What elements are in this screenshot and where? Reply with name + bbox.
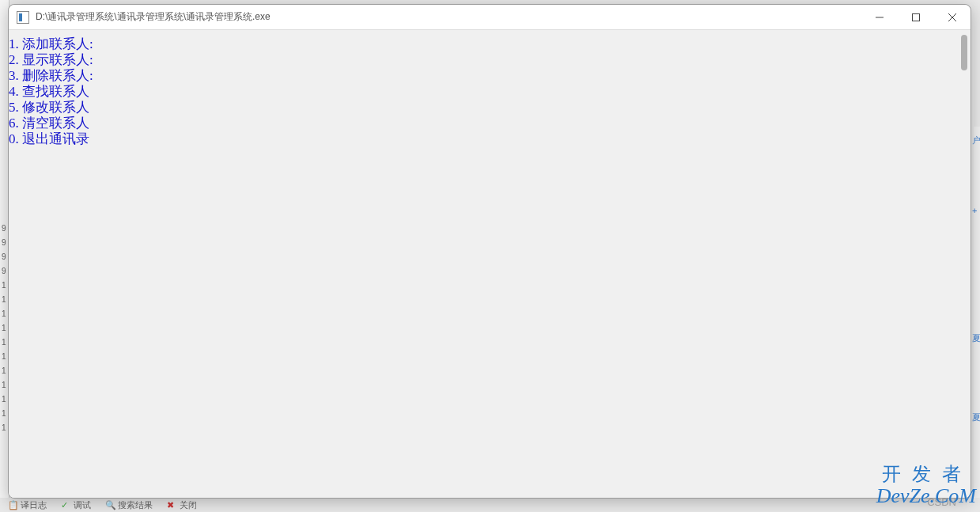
ide-statusbar: 📋 译日志 ✓ 调试 🔍 搜索结果 ✖ 关闭 [0, 498, 980, 512]
right-sidebar: 户 + 夏 夏 [974, 127, 980, 506]
menu-item-add: 1. 添加联系人: [9, 36, 971, 52]
scrollbar[interactable] [958, 35, 969, 493]
watermark-csdn: CSDN [927, 496, 956, 508]
menu-item-modify: 5. 修改联系人 [9, 100, 971, 116]
close-red-icon: ✖ [167, 500, 176, 510]
status-item-debug[interactable]: ✓ 调试 [61, 499, 91, 511]
menu-item-search: 4. 查找联系人 [9, 84, 971, 100]
app-icon [17, 11, 29, 24]
titlebar[interactable]: D:\通讯录管理系统\通讯录管理系统\通讯录管理系统.exe [9, 5, 971, 30]
status-label: 译日志 [21, 499, 47, 511]
maximize-icon [912, 13, 920, 21]
console-body[interactable]: 1. 添加联系人: 2. 显示联系人: 3. 删除联系人: 4. 查找联系人 5… [9, 30, 971, 498]
svg-rect-1 [913, 13, 920, 21]
minimize-icon [876, 13, 884, 21]
menu-item-show: 2. 显示联系人: [9, 52, 971, 68]
maximize-button[interactable] [898, 5, 934, 29]
close-button[interactable] [934, 5, 971, 29]
status-item-log[interactable]: 📋 译日志 [8, 499, 47, 511]
right-marker: 夏 [972, 332, 980, 344]
scrollbar-thumb[interactable] [961, 35, 967, 70]
right-marker: 户 [972, 135, 980, 146]
status-item-search[interactable]: 🔍 搜索结果 [105, 499, 153, 511]
menu-item-delete: 3. 删除联系人: [9, 68, 971, 84]
right-marker: + [972, 206, 980, 218]
right-marker: 夏 [972, 411, 980, 423]
menu-item-clear: 6. 清空联系人 [9, 116, 971, 131]
console-window: D:\通讯录管理系统\通讯录管理系统\通讯录管理系统.exe 1. 添加联系人:… [8, 4, 971, 499]
status-label: 搜索结果 [118, 499, 153, 511]
menu-item-exit: 0. 退出通讯录 [9, 131, 971, 147]
search-icon: 🔍 [105, 500, 115, 510]
log-icon: 📋 [8, 500, 17, 510]
window-controls [861, 5, 971, 29]
minimize-button[interactable] [861, 5, 898, 29]
close-icon [948, 13, 956, 21]
window-title: D:\通讯录管理系统\通讯录管理系统\通讯录管理系统.exe [36, 10, 861, 24]
status-label: 关闭 [180, 499, 197, 511]
status-label: 调试 [74, 499, 91, 511]
check-icon: ✓ [61, 500, 70, 510]
status-item-close[interactable]: ✖ 关闭 [167, 499, 197, 511]
